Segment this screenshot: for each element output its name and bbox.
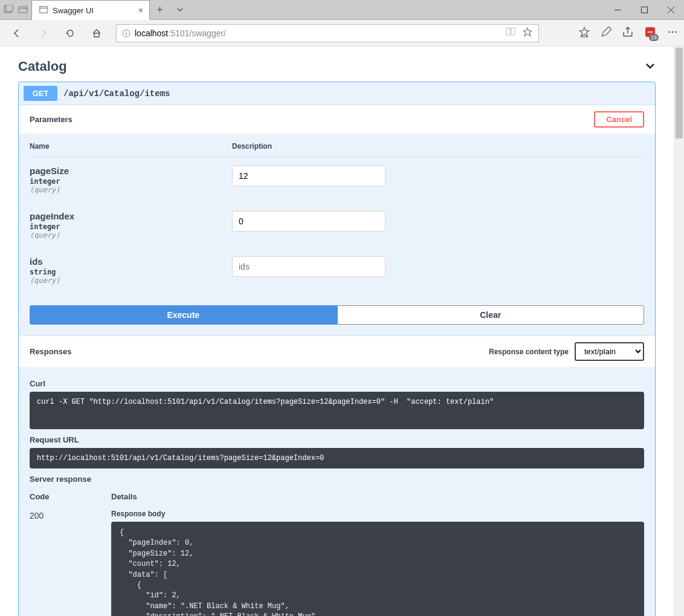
section-title[interactable]: Catalog (18, 59, 67, 74)
tab-chevron-icon[interactable] (170, 0, 190, 19)
operation-summary[interactable]: GET /api/v1/Catalog/items (19, 82, 655, 105)
param-name: pageIndex (30, 211, 232, 221)
scroll-thumb[interactable] (676, 48, 683, 138)
section-collapse-icon[interactable] (645, 60, 656, 73)
param-type: string (30, 268, 232, 276)
tabs-aside-icon[interactable] (4, 5, 13, 15)
svg-point-21 (668, 31, 670, 33)
param-name: ids (30, 256, 232, 267)
operation-path: /api/v1/Catalog/items (63, 89, 170, 99)
close-tab-icon[interactable]: × (138, 5, 143, 15)
code-column: Code (30, 492, 111, 501)
url-text: localhost:5101/swagger/ (132, 28, 503, 38)
table-row: pageIndex integer (query) (30, 203, 644, 248)
response-body-label: Response body (111, 510, 644, 518)
server-response-label: Server response (30, 475, 644, 484)
browser-tab[interactable]: Swagger UI × (31, 0, 150, 20)
svg-point-20 (651, 31, 653, 33)
tab-title: Swagger UI (53, 6, 94, 15)
http-method-badge: GET (24, 86, 57, 101)
svg-marker-14 (523, 28, 532, 36)
operation-block: GET /api/v1/Catalog/items Parameters Can… (18, 82, 656, 616)
favorite-icon[interactable] (523, 27, 532, 39)
svg-rect-7 (641, 7, 647, 13)
svg-rect-2 (19, 7, 27, 13)
cancel-button[interactable]: Cancel (594, 111, 644, 128)
param-name: pageSize (30, 166, 232, 176)
table-row: pageSize integer (query) (30, 157, 644, 203)
param-in: (query) (30, 276, 232, 285)
minimize-button[interactable] (604, 0, 631, 19)
pagesize-input[interactable] (232, 166, 386, 186)
svg-point-12 (126, 31, 127, 32)
param-type: integer (30, 222, 232, 231)
notes-icon[interactable] (601, 27, 611, 39)
close-window-button[interactable] (657, 0, 684, 19)
response-body-output[interactable]: { "pageIndex": 0, "pageSize": 12, "count… (111, 522, 644, 616)
tab-favicon (39, 5, 48, 16)
refresh-button[interactable] (59, 22, 81, 44)
curl-label: Curl (30, 379, 644, 388)
back-button[interactable] (6, 22, 28, 44)
page-content: Catalog GET /api/v1/Catalog/items Parame… (0, 47, 674, 616)
forward-button[interactable] (33, 22, 54, 44)
set-tabs-icon[interactable] (18, 5, 28, 15)
parameters-label: Parameters (30, 115, 73, 124)
share-icon[interactable] (622, 27, 633, 39)
curl-output[interactable]: curl -X GET "http://localhost:5101/api/v… (30, 392, 644, 429)
column-description: Description (232, 142, 644, 151)
reading-view-icon[interactable] (506, 27, 515, 39)
details-column: Details (111, 492, 644, 501)
response-code: 200 (30, 506, 111, 616)
more-icon[interactable] (667, 27, 678, 39)
param-in: (query) (30, 186, 232, 194)
new-tab-button[interactable]: + (150, 0, 170, 19)
maximize-button[interactable] (631, 0, 657, 19)
content-type-select[interactable]: text/plain (575, 342, 644, 361)
favorites-icon[interactable] (579, 27, 590, 39)
svg-point-22 (672, 31, 674, 33)
param-in: (query) (30, 231, 232, 239)
execute-button[interactable]: Execute (30, 305, 337, 325)
pageindex-input[interactable] (232, 211, 386, 232)
site-info-icon[interactable] (120, 29, 132, 37)
request-url-output[interactable]: http://localhost:5101/api/v1/Catalog/ite… (30, 448, 644, 468)
clear-button[interactable]: Clear (337, 305, 645, 325)
param-type: integer (30, 177, 232, 186)
content-type-label: Response content type (489, 348, 569, 356)
extension-badge: 19 (649, 34, 659, 41)
address-bar: localhost:5101/swagger/ 19 (0, 20, 684, 47)
ids-input[interactable] (232, 256, 386, 277)
column-name: Name (30, 142, 232, 151)
svg-point-19 (650, 31, 651, 33)
svg-rect-1 (6, 5, 13, 11)
vertical-scrollbar[interactable] (674, 47, 684, 616)
svg-rect-4 (40, 6, 47, 13)
home-button[interactable] (86, 22, 108, 44)
responses-label: Responses (30, 347, 71, 356)
svg-marker-15 (579, 27, 589, 37)
request-url-label: Request URL (30, 435, 644, 444)
table-row: ids string (query) (30, 248, 644, 293)
svg-point-18 (648, 31, 649, 33)
url-box[interactable]: localhost:5101/swagger/ (116, 24, 539, 42)
extension-icon[interactable]: 19 (644, 26, 656, 40)
parameters-table: Name Description pageSize integer (query… (19, 134, 655, 305)
svg-rect-10 (94, 33, 99, 37)
svg-point-23 (675, 31, 677, 33)
window-titlebar: Swagger UI × + (0, 0, 684, 20)
